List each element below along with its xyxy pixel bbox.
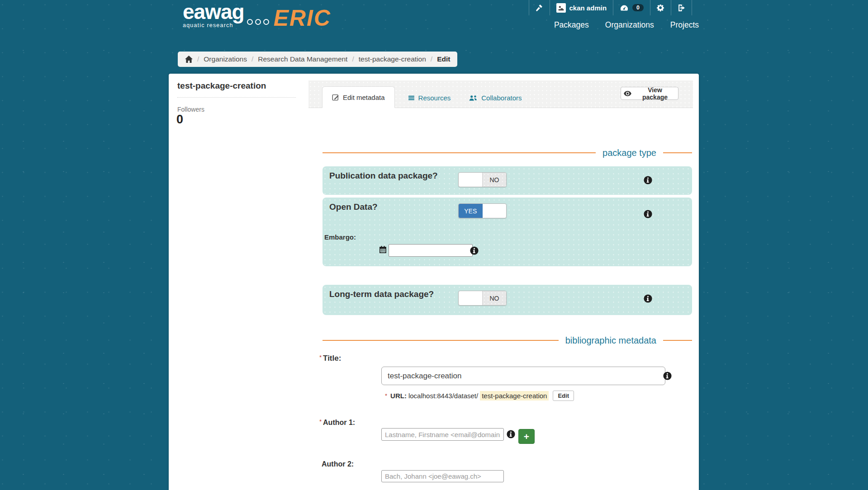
required-marker: * [319, 418, 322, 425]
tab-resources[interactable]: Resources [403, 88, 456, 108]
view-package-button[interactable]: View package [621, 87, 678, 100]
eawag-logo: eawag aquatic research [183, 4, 244, 28]
author2-label-text: Author 2: [322, 460, 354, 468]
tab-edit-metadata-label: Edit metadata [343, 94, 385, 101]
toggle-on-side [459, 291, 482, 305]
account-strip: ckan admin 0 [529, 0, 692, 15]
orange-rule [663, 340, 692, 341]
embargo-label: Embargo: [324, 233, 356, 241]
info-icon[interactable] [507, 430, 515, 438]
breadcrumb-separator: / [431, 55, 432, 63]
tab-edit-metadata[interactable]: Edit metadata [322, 86, 395, 108]
author2-input[interactable] [381, 470, 504, 482]
logout-button[interactable] [671, 0, 692, 15]
dashboard-button[interactable]: 0 [613, 0, 650, 15]
toggle-off-side: NO [482, 291, 506, 305]
open-data-toggle[interactable]: YES [458, 203, 507, 218]
calendar-icon [379, 246, 387, 254]
info-icon[interactable] [470, 246, 479, 255]
info-icon[interactable] [644, 176, 652, 184]
avatar [556, 3, 566, 13]
sidebar-divider [177, 97, 296, 98]
view-package-label: View package [635, 86, 675, 101]
site-logo[interactable]: eawag aquatic research ERIC [183, 4, 331, 28]
author1-input[interactable] [381, 428, 504, 441]
title-label-text: Title: [323, 354, 341, 363]
info-icon[interactable] [644, 294, 652, 303]
open-data-box: Open Data? YES Embargo: [323, 198, 692, 266]
section-biblio-title: bibliographic metadata [565, 335, 656, 346]
longterm-package-box: Long-term data package? NO [323, 285, 692, 315]
required-marker: * [319, 354, 322, 361]
followers-count: 0 [176, 113, 183, 127]
add-author-button[interactable]: + [518, 429, 535, 444]
publication-package-box: Publication data package? NO [323, 166, 692, 195]
breadcrumb-organizations[interactable]: Organizations [204, 55, 247, 63]
tab-collaborators-label: Collaborators [481, 94, 522, 102]
list-icon [408, 94, 415, 101]
url-prefix: localhost:8443/dataset/ [408, 392, 478, 400]
required-marker: * [385, 392, 387, 399]
longterm-package-label: Long-term data package? [329, 289, 434, 299]
brand-eric: ERIC [274, 8, 331, 28]
gear-icon [657, 4, 664, 12]
orange-rule [323, 340, 559, 341]
breadcrumb: / Organizations / Research Data Manageme… [178, 52, 457, 67]
embargo-date-input[interactable] [389, 244, 473, 257]
info-icon[interactable] [644, 210, 652, 218]
eye-icon [624, 91, 631, 96]
breadcrumb-separator: / [251, 55, 253, 63]
section-package-type: package type [323, 147, 692, 158]
toggle-off-side [483, 204, 507, 218]
logout-icon [678, 4, 685, 12]
open-data-label: Open Data? [329, 202, 378, 212]
toggle-off-side: NO [482, 173, 506, 187]
breadcrumb-dataset[interactable]: test-package-creation [359, 55, 426, 63]
author2-field-label: Author 2: [322, 460, 354, 468]
gavel-icon [536, 4, 543, 12]
longterm-package-toggle[interactable]: NO [458, 291, 507, 306]
publication-package-label: Publication data package? [329, 171, 438, 181]
author1-field-label: *Author 1: [319, 418, 355, 427]
user-name: ckan admin [569, 4, 607, 12]
url-label: URL: [390, 392, 407, 400]
info-icon[interactable] [663, 372, 672, 380]
section-biblio: bibliographic metadata [323, 335, 692, 346]
toggle-on-side: YES [459, 204, 483, 218]
toggle-on-side [459, 173, 482, 187]
breadcrumb-org-name[interactable]: Research Data Management [258, 55, 347, 63]
settings-button[interactable] [650, 0, 671, 15]
title-field-label: *Title: [319, 354, 341, 363]
breadcrumb-separator: / [197, 55, 199, 63]
main-card: test-package-creation Followers 0 Edit m… [169, 74, 699, 490]
pencil-square-icon [332, 94, 339, 101]
nav-organizations[interactable]: Organizations [605, 20, 654, 30]
orange-rule [663, 152, 692, 153]
section-package-type-title: package type [602, 148, 656, 158]
dashboard-gauge-icon [620, 5, 629, 11]
logo-circles-decoration [247, 19, 269, 25]
home-icon[interactable] [185, 56, 193, 63]
url-slug: test-package-creation [480, 391, 549, 400]
brand-eawag: eawag [183, 0, 244, 24]
package-title: test-package-creation [177, 81, 266, 91]
page: eawag aquatic research ERIC ckan admin 0 [0, 0, 868, 490]
nav-projects[interactable]: Projects [670, 20, 699, 30]
publication-package-toggle[interactable]: NO [458, 172, 507, 187]
nav-packages[interactable]: Packages [554, 20, 589, 30]
title-input[interactable] [381, 367, 665, 385]
notification-badge: 0 [632, 4, 644, 12]
url-row: * URL: localhost:8443/dataset/test-packa… [385, 391, 574, 401]
main-nav: Packages Organizations Projects [554, 20, 699, 30]
breadcrumb-separator: / [352, 55, 354, 63]
user-menu[interactable]: ckan admin [550, 0, 613, 15]
tab-resources-label: Resources [418, 94, 451, 102]
url-edit-button[interactable]: Edit [553, 391, 574, 401]
tab-collaborators[interactable]: Collaborators [464, 88, 527, 108]
orange-rule [323, 152, 596, 153]
users-icon [469, 95, 478, 101]
author1-label-text: Author 1: [323, 419, 355, 426]
breadcrumb-current: Edit [437, 55, 450, 63]
sysadmin-gavel-button[interactable] [529, 0, 550, 15]
followers-label: Followers [177, 106, 204, 113]
